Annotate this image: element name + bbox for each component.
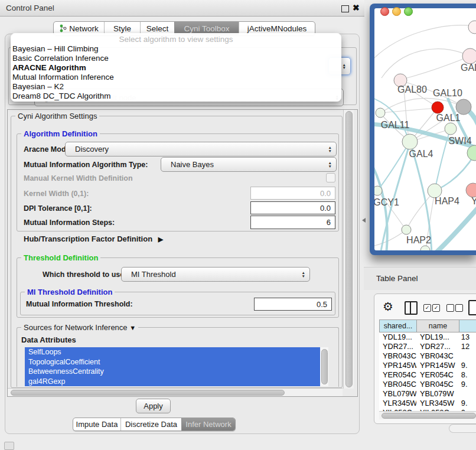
tab-infer-network[interactable]: Infer Network xyxy=(181,418,235,431)
cyni-bottom-tabs: Impute Data Discretize Data Infer Networ… xyxy=(73,418,236,431)
hub-section-toggle[interactable]: Hub/Transcription Factor Definition ▶ xyxy=(24,234,163,243)
network-node[interactable] xyxy=(374,186,382,195)
network-node[interactable] xyxy=(445,123,457,135)
mi-type-label: Mutual Information Algorithm Type: xyxy=(24,161,148,169)
algorithm-option[interactable]: ARACNE Algorithm xyxy=(12,63,340,73)
stepper-icon: ▲▼ xyxy=(328,146,332,152)
node-label: GCY1 xyxy=(374,197,399,207)
table-rows[interactable]: YDL19...YDL19...13YDR27...YDR27...12YBR0… xyxy=(379,332,476,412)
which-threshold-select[interactable]: MI Threshold ▲▼ xyxy=(121,267,310,282)
dpi-tolerance-field[interactable]: 0.0 xyxy=(250,201,335,214)
data-attributes-list[interactable]: SelfLoopsTopologicalCoefficientBetweenne… xyxy=(25,347,328,386)
column-header-partial[interactable] xyxy=(459,319,476,332)
attributes-scrollbar[interactable] xyxy=(320,347,328,386)
mi-threshold-label: Mutual Information Threshold: xyxy=(26,300,133,308)
zoom-traffic-light[interactable] xyxy=(404,7,413,16)
table-row[interactable]: YBR043CYBR043C xyxy=(379,351,476,361)
mi-threshold-field[interactable]: 0.5 xyxy=(254,298,332,311)
unchecked-box-icon[interactable] xyxy=(455,304,463,312)
node-label: GAL4 xyxy=(409,149,433,159)
scrollbar-thumb[interactable] xyxy=(382,413,476,419)
algorithm-option[interactable]: Bayesian – K2 xyxy=(12,82,340,92)
node-label: GAL xyxy=(461,63,476,73)
minimize-traffic-light[interactable] xyxy=(392,7,401,16)
expanded-arrow-icon: ▼ xyxy=(129,324,136,331)
table-row[interactable]: YLR345WYLR345W9. xyxy=(379,399,476,408)
table-row[interactable]: YBL079WYBL079W xyxy=(379,389,476,399)
column-header-name[interactable]: name xyxy=(416,319,459,332)
table-row[interactable]: YDR27...YDR27...12 xyxy=(379,342,476,351)
table-cell: YER054C xyxy=(416,370,459,380)
table-row[interactable]: YPR145WYPR145W9. xyxy=(379,361,476,370)
network-node[interactable] xyxy=(468,21,476,34)
network-node[interactable] xyxy=(462,48,476,64)
sources-toggle[interactable]: Sources for Network Inference ▼ xyxy=(21,323,138,332)
algorithm-dropdown-popup: Select algorithm to view settings Bayesi… xyxy=(11,33,341,102)
tab-discretize-data[interactable]: Discretize Data xyxy=(120,418,181,431)
table-cell: YLR345W xyxy=(379,399,416,408)
network-node[interactable] xyxy=(376,108,385,118)
attribute-list-item[interactable]: TopologicalCoefficient xyxy=(25,357,328,367)
network-canvas[interactable]: GALGAL80GAL10GAL11GAL1SWI4GAL4GCY1HAP4YH… xyxy=(374,8,476,250)
checked-box-icon[interactable]: ✓ xyxy=(423,304,431,312)
network-node[interactable] xyxy=(402,225,411,234)
aracne-mode-select[interactable]: Discovery ▲▼ xyxy=(65,142,337,156)
table-cell: YDR27... xyxy=(416,342,459,351)
network-node[interactable] xyxy=(467,145,476,161)
collapsed-panel-icon[interactable] xyxy=(4,442,14,450)
network-node-labels: GALGAL80GAL10GAL11GAL1SWI4GAL4GCY1HAP4YH… xyxy=(374,63,476,245)
group-title: MI Threshold Definition xyxy=(25,288,115,296)
network-node[interactable] xyxy=(432,102,444,113)
splitter-collapse-arrow[interactable] xyxy=(362,218,366,223)
table-cell: YBR043C xyxy=(379,351,416,361)
settings-vertical-scrollbar[interactable] xyxy=(343,110,354,389)
scrollbar-thumb[interactable] xyxy=(321,349,328,384)
mi-algorithm-type-select[interactable]: Naive Bayes ▲▼ xyxy=(161,157,337,172)
gear-icon[interactable]: ⚙ xyxy=(383,299,393,314)
table-cell: YBR045C xyxy=(379,380,416,389)
algorithm-option[interactable]: Dream8 DC_TDC Algorithm xyxy=(12,92,340,101)
table-row[interactable]: YDL19...YDL19...13 xyxy=(379,332,476,342)
table-row[interactable]: YER054CYER054C8. xyxy=(379,370,476,380)
table-horizontal-scrollbar[interactable] xyxy=(379,411,476,419)
stepper-icon: ▲▼ xyxy=(343,63,346,70)
node-label: GAL80 xyxy=(397,84,427,94)
algorithm-option[interactable]: Bayesian – Hill Climbing xyxy=(12,44,340,54)
algorithm-option[interactable]: Mutual Information Inference xyxy=(12,73,340,82)
network-node[interactable] xyxy=(402,134,418,149)
column-header-shared-name[interactable]: shared... xyxy=(379,319,417,332)
unchecked-box-icon[interactable] xyxy=(446,304,454,312)
table-cell: 12 xyxy=(459,342,476,351)
attribute-list-item[interactable]: gal4RGexp xyxy=(25,377,328,387)
manual-kernel-checkbox[interactable] xyxy=(326,173,335,182)
checked-box-icon[interactable]: ✓ xyxy=(432,304,440,312)
split-columns-icon[interactable] xyxy=(405,301,418,315)
algorithm-option[interactable]: Basic Correlation Inference xyxy=(12,54,340,63)
tab-impute-data[interactable]: Impute Data xyxy=(73,418,120,431)
close-traffic-light[interactable] xyxy=(380,7,389,16)
attribute-list-item[interactable]: SelfLoops xyxy=(25,347,328,357)
network-node[interactable] xyxy=(420,246,430,250)
scrollbar-thumb[interactable] xyxy=(11,390,285,396)
node-label: HAP2 xyxy=(406,235,431,245)
network-tab-icon xyxy=(59,24,67,32)
stepper-icon: ▲▼ xyxy=(328,161,332,168)
close-icon[interactable]: ✖ xyxy=(353,3,360,12)
network-node[interactable] xyxy=(466,183,476,197)
document-icon[interactable] xyxy=(468,300,476,315)
table-cell xyxy=(459,389,476,399)
float-window-icon[interactable] xyxy=(341,5,349,12)
table-cell: YPR145W xyxy=(416,361,459,370)
settings-horizontal-scrollbar[interactable] xyxy=(8,388,343,396)
control-panel-titlebar: Control Panel ✖ xyxy=(0,0,364,17)
mi-steps-field[interactable]: 6 xyxy=(250,216,335,229)
table-cell: YBR043C xyxy=(416,351,459,361)
attribute-list-item[interactable]: BetweennessCentrality xyxy=(25,367,328,377)
table-row[interactable]: YBR045CYBR045C9. xyxy=(379,380,476,389)
scrollbar-thumb[interactable] xyxy=(345,111,353,387)
group-title: Cyni Algorithm Settings xyxy=(15,112,99,120)
table-cell xyxy=(459,351,476,361)
apply-button[interactable]: Apply xyxy=(136,399,171,413)
kernel-width-field[interactable]: 0.0 xyxy=(250,187,335,200)
table-cell: YDR27... xyxy=(379,342,416,351)
